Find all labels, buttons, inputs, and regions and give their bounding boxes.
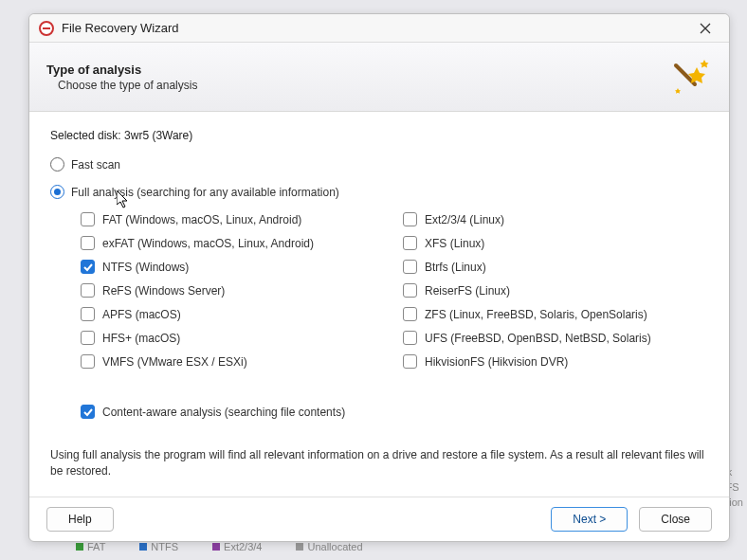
checkbox-label: XFS (Linux)	[425, 237, 484, 250]
checkbox-icon	[403, 354, 417, 369]
checkbox-icon	[403, 260, 417, 274]
wizard-footer: Help Next > Close	[29, 497, 729, 541]
checkbox-label: APFS (macOS)	[102, 308, 181, 321]
checkbox-xfs[interactable]: XFS (Linux)	[403, 236, 687, 250]
close-icon[interactable]	[691, 17, 720, 40]
radio-full-analysis[interactable]: Full analysis (searching for any availab…	[50, 185, 708, 199]
file-recovery-wizard-dialog: File Recovery Wizard Type of analysis Ch…	[28, 13, 730, 542]
header-subtitle: Choose the type of analysis	[58, 79, 663, 92]
radio-icon	[50, 185, 64, 199]
window-title: File Recovery Wizard	[62, 21, 691, 35]
checkbox-icon	[81, 307, 95, 321]
checkbox-ufs[interactable]: UFS (FreeBSD, OpenBSD, NetBSD, Solaris)	[403, 331, 687, 345]
checkbox-label: HFS+ (macOS)	[102, 332, 180, 345]
radio-fast-scan[interactable]: Fast scan	[50, 157, 708, 172]
wizard-body: Selected disk: 3wr5 (3Ware) Fast scan Fu…	[29, 112, 729, 497]
checkbox-exfat[interactable]: exFAT (Windows, macOS, Linux, Android)	[81, 236, 365, 250]
selected-disk-label: Selected disk: 3wr5 (3Ware)	[50, 129, 708, 142]
radio-label: Fast scan	[71, 158, 120, 172]
checkbox-icon	[403, 236, 417, 250]
checkbox-btrfs[interactable]: Btrfs (Linux)	[403, 260, 687, 274]
checkbox-icon	[81, 331, 95, 345]
titlebar: File Recovery Wizard	[29, 14, 729, 43]
help-button[interactable]: Help	[46, 507, 114, 532]
checkbox-label: ZFS (Linux, FreeBSD, Solaris, OpenSolari…	[425, 308, 647, 321]
checkbox-label: UFS (FreeBSD, OpenBSD, NetBSD, Solaris)	[425, 332, 651, 345]
wizard-wand-icon	[663, 52, 712, 101]
checkbox-icon	[81, 212, 95, 226]
radio-label: Full analysis (searching for any availab…	[71, 186, 339, 199]
checkbox-content-aware[interactable]: Content-aware analysis (searching file c…	[81, 405, 708, 419]
checkbox-icon	[403, 283, 417, 298]
checkbox-label: ReFS (Windows Server)	[102, 284, 225, 298]
analysis-description: Using full analysis the program will fin…	[50, 447, 708, 479]
checkbox-icon	[403, 212, 417, 226]
svg-rect-1	[43, 27, 50, 29]
next-button[interactable]: Next >	[551, 507, 628, 532]
radio-icon	[50, 157, 64, 172]
checkbox-icon	[81, 354, 95, 369]
wizard-header: Type of analysis Choose the type of anal…	[29, 43, 729, 112]
header-title: Type of analysis	[46, 63, 663, 77]
checkbox-icon	[403, 307, 417, 321]
checkbox-label: HikvisionFS (Hikvision DVR)	[425, 355, 568, 369]
checkbox-icon	[403, 331, 417, 345]
checkbox-apfs[interactable]: APFS (macOS)	[81, 307, 365, 321]
checkbox-label: Btrfs (Linux)	[425, 261, 486, 274]
checkbox-vmfs[interactable]: VMFS (VMware ESX / ESXi)	[81, 354, 365, 369]
checkbox-ext[interactable]: Ext2/3/4 (Linux)	[403, 212, 687, 226]
app-icon	[39, 21, 54, 36]
checkbox-label: Ext2/3/4 (Linux)	[425, 213, 504, 226]
checkbox-hikvisionfs[interactable]: HikvisionFS (Hikvision DVR)	[403, 354, 687, 369]
checkbox-fat[interactable]: FAT (Windows, macOS, Linux, Android)	[81, 212, 365, 226]
filesystem-checkbox-grid: FAT (Windows, macOS, Linux, Android) Ext…	[81, 212, 687, 369]
background-legend: FAT NTFS Ext2/3/4 Unallocated	[76, 541, 363, 552]
close-button[interactable]: Close	[639, 507, 712, 532]
checkbox-icon	[81, 236, 95, 250]
checkbox-label: exFAT (Windows, macOS, Linux, Android)	[102, 237, 314, 250]
checkbox-label: NTFS (Windows)	[102, 261, 189, 274]
checkbox-label: FAT (Windows, macOS, Linux, Android)	[102, 213, 301, 226]
checkbox-label: ReiserFS (Linux)	[425, 284, 510, 298]
checkbox-icon	[81, 260, 95, 274]
checkbox-icon	[81, 405, 95, 419]
checkbox-label: VMFS (VMware ESX / ESXi)	[102, 355, 247, 369]
checkbox-ntfs[interactable]: NTFS (Windows)	[81, 260, 365, 274]
checkbox-icon	[81, 283, 95, 298]
checkbox-hfsplus[interactable]: HFS+ (macOS)	[81, 331, 365, 345]
checkbox-reiserfs[interactable]: ReiserFS (Linux)	[403, 283, 687, 298]
checkbox-label: Content-aware analysis (searching file c…	[102, 406, 345, 419]
checkbox-zfs[interactable]: ZFS (Linux, FreeBSD, Solaris, OpenSolari…	[403, 307, 687, 321]
checkbox-refs[interactable]: ReFS (Windows Server)	[81, 283, 365, 298]
